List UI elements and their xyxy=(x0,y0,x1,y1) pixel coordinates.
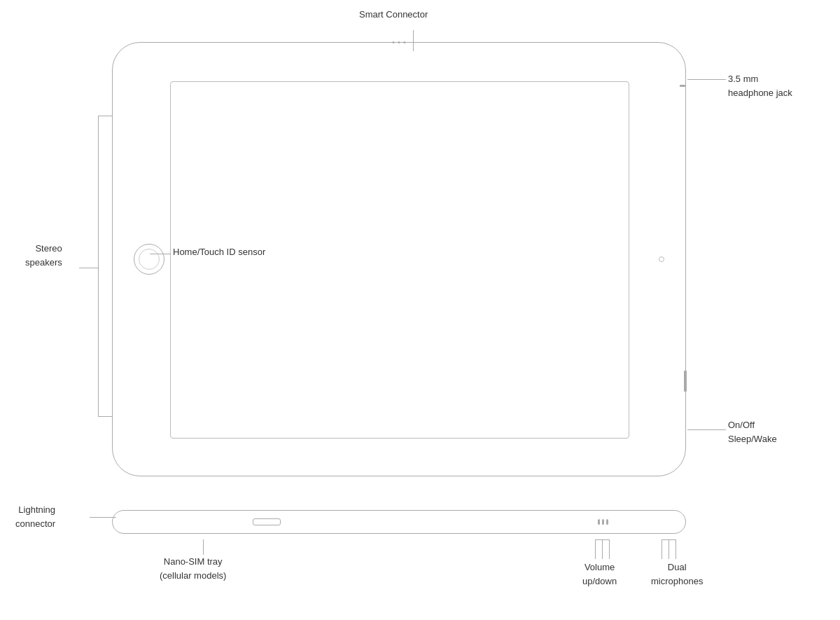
volume-line-down xyxy=(602,539,603,559)
nanosim-line-v xyxy=(203,539,204,555)
ipad-screen xyxy=(170,81,629,439)
dual-mic-text: Dual xyxy=(651,560,703,574)
diagram-container: Smart Connector 3.5 mm headphone jack St… xyxy=(0,0,840,620)
nanosim-line2-text: (cellular models) xyxy=(160,569,226,583)
volume-label: Volume up/down xyxy=(582,560,617,588)
ipad-body xyxy=(112,42,686,476)
mic-line-v-left xyxy=(662,539,662,559)
lightning-connector-label: Lightning connector xyxy=(15,503,55,530)
stereo-speakers-label: Stereo speakers xyxy=(25,242,62,269)
speaker-hole-2 xyxy=(602,519,604,525)
volume-line-v-right xyxy=(609,539,610,559)
smart-connector-dots xyxy=(393,41,406,43)
stereo-line1-text: Stereo xyxy=(25,242,62,256)
headphone-line xyxy=(687,79,726,80)
stereo-line2-text: speakers xyxy=(25,256,62,270)
ipad-front-view xyxy=(112,42,686,476)
lightning-line2-text: connector xyxy=(15,517,55,531)
stereo-label-line xyxy=(79,268,98,268)
nanosim-line1-text: Nano-SIM tray xyxy=(160,555,226,569)
smart-connector-dot xyxy=(404,41,406,43)
home-label-line xyxy=(150,254,171,254)
bottom-speaker-right xyxy=(598,519,608,525)
ipad-bottom-body xyxy=(112,510,686,534)
home-button-inner xyxy=(139,249,160,270)
home-sensor-text: Home/Touch ID sensor xyxy=(173,247,265,257)
volume-text: Volume xyxy=(582,560,617,574)
mic-line-v-right xyxy=(676,539,676,559)
sleep-wake-button[interactable] xyxy=(684,371,687,392)
sleep-line2-text: Sleep/Wake xyxy=(728,432,777,446)
smart-connector-dot xyxy=(393,41,395,43)
sleep-wake-label: On/Off Sleep/Wake xyxy=(728,418,777,446)
volume-line-v-left xyxy=(595,539,596,559)
smart-connector-line xyxy=(413,30,414,51)
microphones-label: Dual microphones xyxy=(651,560,703,588)
lightning-label-line xyxy=(90,517,116,518)
lightning-port xyxy=(253,518,281,525)
speaker-hole-1 xyxy=(598,519,600,525)
dual-mic2-text: microphones xyxy=(651,574,703,588)
smart-connector-text: Smart Connector xyxy=(359,9,428,20)
headphone-line1-text: 3.5 mm xyxy=(728,72,792,86)
home-sensor-label: Home/Touch ID sensor xyxy=(173,247,265,257)
smart-connector-label: Smart Connector xyxy=(359,9,428,20)
lightning-line1-text: Lightning xyxy=(15,503,55,517)
sleep-line1-text: On/Off xyxy=(728,418,777,432)
stereo-speaker-bracket xyxy=(98,116,112,417)
smart-connector-dot xyxy=(398,41,400,43)
ipad-bottom-view xyxy=(112,504,686,539)
headphone-line2-text: headphone jack xyxy=(728,86,792,100)
sleep-label-line xyxy=(687,429,726,430)
home-button[interactable] xyxy=(134,244,164,275)
headphone-jack xyxy=(680,85,685,87)
volume2-text: up/down xyxy=(582,574,617,588)
mic-line-down xyxy=(668,539,669,559)
speaker-hole-3 xyxy=(606,519,608,525)
front-camera xyxy=(659,256,664,262)
headphone-label: 3.5 mm headphone jack xyxy=(728,72,792,99)
nanosim-label: Nano-SIM tray (cellular models) xyxy=(160,555,226,582)
